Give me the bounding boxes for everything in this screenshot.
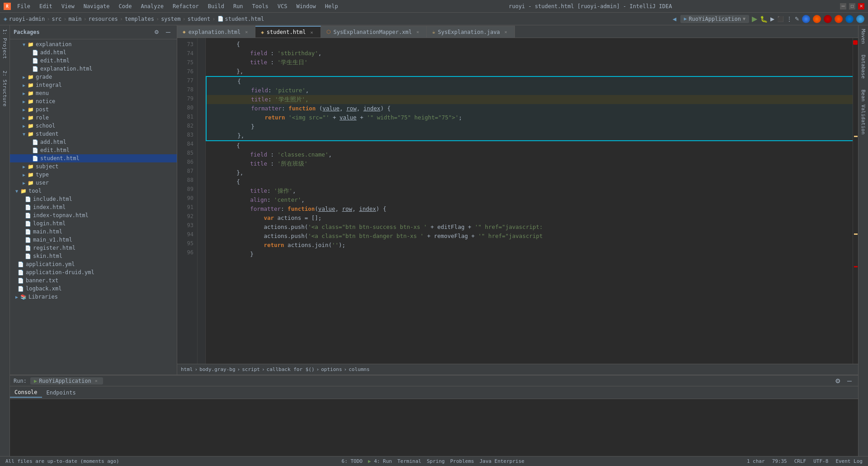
breadcrumb-filename[interactable]: student.html	[225, 16, 264, 22]
status-position[interactable]: 79:35	[770, 458, 789, 464]
tree-item-index-topnav-html[interactable]: 📄 index-topnav.html	[10, 211, 177, 219]
run-button[interactable]: ▶	[752, 14, 757, 23]
menu-vcs[interactable]: VCS	[275, 2, 290, 10]
ie-icon[interactable]	[824, 15, 832, 23]
tab-explanation-html[interactable]: ◈ explanation.html ✕	[177, 26, 255, 38]
tree-item-edit-html-1[interactable]: 📄 edit.html	[10, 57, 177, 65]
menu-file[interactable]: File	[14, 2, 33, 10]
status-run[interactable]: ▶ 4: Run	[366, 458, 394, 464]
debug-button[interactable]: 🐛	[760, 15, 768, 23]
breadcrumb-main[interactable]: main	[68, 16, 81, 22]
code-editor[interactable]: 73 74 75 76 77 78 79 80 81 82 83 84	[177, 38, 858, 364]
back-button[interactable]: ◄	[671, 15, 678, 23]
tab-close-java[interactable]: ✕	[503, 29, 509, 35]
tree-item-index-html[interactable]: 📄 index.html	[10, 203, 177, 211]
project-panel-button[interactable]: 1: Project	[1, 25, 9, 62]
run-coverage-button[interactable]: ▶	[770, 16, 774, 22]
tree-item-notice[interactable]: ▶ 📁 notice	[10, 97, 177, 105]
status-spring[interactable]: Spring	[425, 458, 447, 464]
maven-panel-button[interactable]: Maven	[859, 25, 867, 48]
structure-panel-button[interactable]: 2: Structure	[1, 67, 9, 110]
status-breadcrumb-body[interactable]: body.gray-bg	[199, 366, 235, 372]
tree-item-register-html[interactable]: 📄 register.html	[10, 244, 177, 252]
code-content[interactable]: { field : 'stbirthday', title : '学生生日'	[206, 38, 858, 364]
tree-item-subject[interactable]: ▶ 📁 subject	[10, 162, 177, 171]
tab-close-explanation[interactable]: ✕	[243, 29, 250, 35]
edge-icon[interactable]	[845, 15, 854, 23]
tree-item-include-html[interactable]: 📄 include.html	[10, 195, 177, 203]
menu-code[interactable]: Code	[116, 2, 135, 10]
menu-edit[interactable]: Edit	[37, 2, 55, 10]
endpoints-tab[interactable]: Endpoints	[42, 388, 80, 397]
tree-item-explanation-html[interactable]: 📄 explanation.html	[10, 65, 177, 73]
bottom-settings-button[interactable]: ⚙	[833, 376, 843, 386]
status-crlf[interactable]: CRLF	[793, 458, 808, 464]
menu-navigate[interactable]: Navigate	[81, 2, 113, 10]
opera-icon[interactable]	[835, 15, 843, 23]
menu-analyze[interactable]: Analyze	[138, 2, 166, 10]
tree-item-school[interactable]: ▶ 📁 school	[10, 122, 177, 130]
status-breadcrumb-callback[interactable]: callback for $()	[267, 366, 315, 372]
tree-item-role[interactable]: ▶ 📁 role	[10, 114, 177, 122]
tab-sysexplanationmapper[interactable]: ⬡ SysExplanationMapper.xml ✕	[321, 26, 427, 38]
menu-refactor[interactable]: Refactor	[170, 2, 202, 10]
edit-config-button[interactable]: ✎	[795, 16, 799, 22]
status-breadcrumb-script[interactable]: script	[242, 366, 260, 372]
status-terminal[interactable]: Terminal	[396, 458, 423, 464]
breadcrumb-templates[interactable]: templates	[125, 16, 154, 22]
sidebar-settings-button[interactable]: ⚙	[151, 27, 161, 37]
tree-item-menu[interactable]: ▶ 📁 menu	[10, 89, 177, 97]
tree-item-banner-txt[interactable]: 📄 banner.txt	[10, 276, 177, 285]
tab-close-mapper[interactable]: ✕	[415, 29, 421, 35]
bean-validation-panel-button[interactable]: Bean Validation	[859, 86, 867, 138]
menu-build[interactable]: Build	[205, 2, 227, 10]
tree-item-edit-html-2[interactable]: 📄 edit.html	[10, 146, 177, 154]
tree-item-student-html[interactable]: 📄 student.html	[10, 154, 177, 162]
tree-item-explanation-folder[interactable]: ▼ 📁 explanation	[10, 40, 177, 48]
status-breadcrumb-html[interactable]: html	[181, 366, 193, 372]
tab-student-html[interactable]: ◈ student.html ✕	[255, 26, 321, 38]
close-button[interactable]: ✕	[858, 3, 864, 10]
breadcrumb-system[interactable]: system	[161, 16, 180, 22]
tab-sysexplanation-java[interactable]: ☕ SysExplanation.java ✕	[427, 26, 515, 38]
status-java-enterprise[interactable]: Java Enterprise	[478, 458, 526, 464]
tree-item-add-html-2[interactable]: 📄 add.html	[10, 138, 177, 146]
tree-item-skin-html[interactable]: 📄 skin.html	[10, 252, 177, 260]
safari-icon[interactable]	[856, 15, 864, 23]
status-breadcrumb-columns[interactable]: columns	[349, 366, 369, 372]
menu-tools[interactable]: Tools	[250, 2, 271, 10]
status-encoding[interactable]: UTF-8	[811, 458, 830, 464]
chrome-icon[interactable]	[802, 15, 810, 23]
tree-item-user[interactable]: ▶ 📁 user	[10, 179, 177, 187]
menu-window[interactable]: Window	[293, 2, 318, 10]
tree-item-type[interactable]: ▶ 📁 type	[10, 171, 177, 179]
status-problems[interactable]: Problems	[448, 458, 476, 464]
tree-item-application-yml[interactable]: 📄 application.yml	[10, 260, 177, 268]
breadcrumb-ruoyi[interactable]: ruoyi-admin	[9, 16, 45, 22]
tree-item-integral[interactable]: ▶ 📁 integral	[10, 81, 177, 89]
tree-item-student-folder[interactable]: ▼ 📁 student	[10, 130, 177, 138]
status-todo[interactable]: 6: TODO	[340, 458, 364, 464]
maximize-button[interactable]: □	[849, 3, 855, 10]
breadcrumb-student[interactable]: student	[188, 16, 211, 22]
menu-run[interactable]: Run	[231, 2, 246, 10]
sidebar-collapse-button[interactable]: ─	[163, 27, 173, 37]
tree-item-add-html-1[interactable]: 📄 add.html	[10, 48, 177, 57]
bottom-minimize-button[interactable]: ─	[844, 376, 854, 386]
menu-help[interactable]: Help	[322, 2, 341, 10]
firefox-icon[interactable]	[813, 15, 821, 23]
tree-item-main-v1-html[interactable]: 📄 main_v1.html	[10, 236, 177, 244]
tree-item-main-html[interactable]: 📄 main.html	[10, 228, 177, 236]
tree-item-application-druid-yml[interactable]: 📄 application-druid.yml	[10, 268, 177, 276]
minimize-button[interactable]: ─	[840, 3, 846, 10]
status-breadcrumb-options[interactable]: options	[321, 366, 342, 372]
database-panel-button[interactable]: Database	[859, 51, 867, 82]
tree-item-tool[interactable]: ▼ 📁 tool	[10, 187, 177, 195]
run-config-selector[interactable]: ▶ RuoYiApplication ▼	[680, 15, 749, 23]
tree-item-post[interactable]: ▶ 📁 post	[10, 105, 177, 114]
stop-button[interactable]: ⬛	[777, 16, 784, 22]
run-config-dropdown-icon[interactable]: ▼	[743, 16, 745, 21]
breadcrumb-src[interactable]: src	[52, 16, 62, 22]
breadcrumb-resources[interactable]: resources	[89, 16, 118, 22]
menu-view[interactable]: View	[59, 2, 77, 10]
